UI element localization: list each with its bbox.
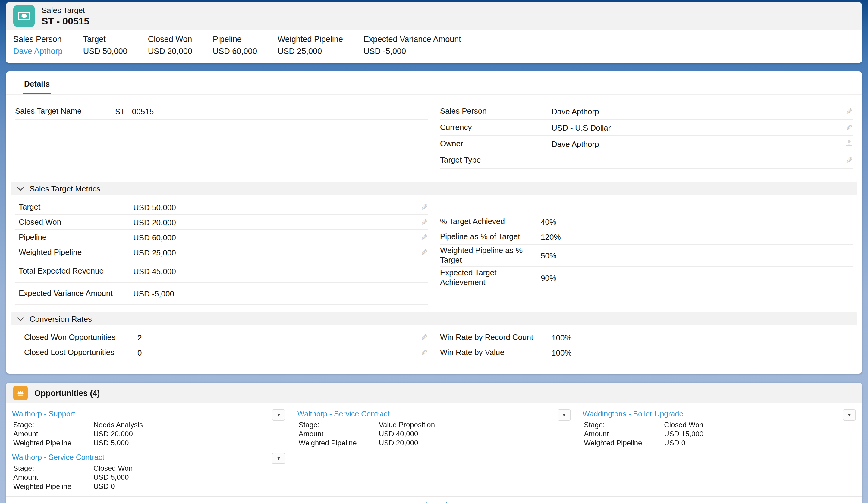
field-row-closed-lost-opportunities: Closed Lost Opportunities 0 ✎ (15, 345, 428, 360)
opportunity-tile: Waddingtons - Boiler Upgrade ▼ Stage:Clo… (581, 409, 857, 449)
tab-bar: Details (6, 71, 862, 95)
field-row-total-expected-revenue: Total Expected Revenue USD 45,000 (15, 260, 428, 283)
banknote-glyph (17, 9, 31, 23)
metrics-left-column: Target USD 50,000 ✎ Closed Won USD 20,00… (15, 200, 428, 305)
record-name: ST - 00515 (42, 15, 89, 27)
view-all-link[interactable]: View All (421, 501, 448, 503)
field-row-win-rate-record-count: Win Rate by Record Count 100% (440, 330, 853, 345)
field-row-pipeline-pct-of-target: Pipeline as % of Target 120% (440, 229, 853, 245)
field-row-weighted-pipeline: Weighted Pipeline USD 25,000 ✎ (15, 245, 428, 260)
field-row-target: Target USD 50,000 ✎ (15, 200, 428, 215)
record-highlights-panel: Sales Target ST - 00515 Sales Person Dav… (6, 2, 862, 63)
top-right-column: Sales Person Dave Apthorp ✎ Currency USD… (440, 103, 853, 168)
chevron-down-icon: ▼ (847, 413, 851, 417)
highlight-field-weighted-pipeline: Weighted Pipeline USD 25,000 (278, 35, 343, 57)
conversion-grid: Closed Won Opportunities 2 ✎ Closed Lost… (15, 330, 853, 360)
highlight-field-sales-person: Sales Person Dave Apthorp (13, 35, 63, 57)
row-actions-button[interactable]: ▼ (557, 409, 570, 421)
tab-details[interactable]: Details (23, 71, 51, 94)
opportunity-link[interactable]: Waddingtons - Boiler Upgrade (582, 409, 683, 419)
chevron-down-icon: ▼ (562, 413, 566, 417)
metrics-grid: Target USD 50,000 ✎ Closed Won USD 20,00… (15, 200, 853, 305)
edit-pencil-icon[interactable]: ✎ (421, 233, 428, 242)
field-row-closed-won-opportunities: Closed Won Opportunities 2 ✎ (15, 330, 428, 345)
opportunity-link[interactable]: Walthorp - Service Contract (12, 453, 104, 462)
row-actions-button[interactable]: ▼ (272, 409, 286, 421)
top-field-grid: Sales Target Name ST - 00515 Sales Perso… (15, 103, 853, 168)
field-row-sales-target-name: Sales Target Name ST - 00515 (15, 103, 428, 120)
row-actions-button[interactable]: ▼ (843, 409, 856, 421)
opportunity-link[interactable]: Walthorp - Service Contract (298, 409, 390, 419)
owner-link[interactable]: Dave Apthorp (551, 139, 599, 148)
view-all-row: View All (6, 496, 862, 503)
section-title: Conversion Rates (30, 314, 92, 323)
highlight-field-pipeline: Pipeline USD 60,000 (213, 35, 257, 57)
opportunities-header[interactable]: Opportunities (4) (6, 383, 862, 403)
conversion-left-column: Closed Won Opportunities 2 ✎ Closed Lost… (15, 330, 428, 360)
sales-target-icon (13, 5, 35, 27)
top-left-column: Sales Target Name ST - 00515 (15, 103, 428, 120)
field-row-target-type: Target Type ✎ (440, 152, 853, 168)
opportunity-tile: Walthorp - Support ▼ Stage:Needs Analysi… (11, 409, 287, 449)
object-label: Sales Target (42, 6, 89, 15)
section-header-conversion-rates[interactable]: Conversion Rates (11, 312, 857, 325)
chevron-down-icon (17, 186, 24, 191)
section-header-sales-target-metrics[interactable]: Sales Target Metrics (11, 182, 857, 195)
edit-pencil-icon[interactable]: ✎ (421, 203, 428, 212)
edit-pencil-icon[interactable]: ✎ (846, 123, 853, 132)
highlight-fields-row: Sales Person Dave Apthorp Target USD 50,… (6, 30, 862, 63)
sales-person-detail-link[interactable]: Dave Apthorp (551, 107, 599, 116)
chevron-down-icon (17, 317, 24, 321)
change-owner-icon[interactable] (845, 139, 853, 149)
edit-pencil-icon[interactable]: ✎ (846, 107, 853, 115)
highlight-field-expected-variance: Expected Variance Amount USD -5,000 (363, 35, 461, 57)
opportunities-related-list: Opportunities (4) Walthorp - Support ▼ S… (6, 383, 862, 503)
chevron-down-icon: ▼ (277, 413, 281, 417)
opportunities-tiles: Walthorp - Support ▼ Stage:Needs Analysi… (6, 403, 862, 494)
edit-pencil-icon[interactable]: ✎ (421, 333, 428, 342)
field-row-weighted-pipeline-pct-target: Weighted Pipeline as % Target 50% (440, 245, 853, 267)
highlight-field-closed-won: Closed Won USD 20,000 (148, 35, 192, 57)
sales-target-record-page: Sales Target ST - 00515 Sales Person Dav… (0, 2, 868, 503)
conversion-right-column: Win Rate by Record Count 100% Win Rate b… (440, 330, 853, 360)
opportunity-tile: Walthorp - Service Contract ▼ Stage:Valu… (296, 409, 572, 449)
crown-glyph (16, 388, 25, 398)
section-title: Sales Target Metrics (30, 184, 100, 193)
field-row-pct-target-achieved: % Target Achieved 40% (440, 214, 853, 229)
field-row-win-rate-value: Win Rate by Value 100% (440, 345, 853, 360)
opportunities-title: Opportunities (4) (34, 388, 100, 398)
record-title-block: Sales Target ST - 00515 (42, 6, 89, 27)
record-title-row: Sales Target ST - 00515 (6, 2, 862, 30)
field-row-sales-person: Sales Person Dave Apthorp ✎ (440, 103, 853, 120)
field-row-expected-target-achievement: Expected Target Achievement 90% (440, 267, 853, 289)
field-row-owner: Owner Dave Apthorp (440, 136, 853, 152)
opportunity-icon (13, 386, 28, 400)
edit-pencil-icon[interactable]: ✎ (421, 218, 428, 226)
opportunity-link[interactable]: Walthorp - Support (12, 409, 75, 419)
opportunity-tile: Walthorp - Service Contract ▼ Stage:Clos… (11, 452, 287, 492)
metrics-right-column: % Target Achieved 40% Pipeline as % of T… (440, 214, 853, 289)
chevron-down-icon: ▼ (277, 456, 281, 461)
field-row-currency: Currency USD - U.S Dollar ✎ (440, 120, 853, 136)
details-card: Details Sales Target Name ST - 00515 Sal… (6, 71, 862, 373)
edit-pencil-icon[interactable]: ✎ (421, 248, 428, 257)
highlight-field-target: Target USD 50,000 (83, 35, 127, 57)
edit-pencil-icon[interactable]: ✎ (846, 156, 853, 164)
field-row-expected-variance-amount: Expected Variance Amount USD -5,000 (15, 283, 428, 305)
row-actions-button[interactable]: ▼ (272, 453, 286, 464)
field-row-closed-won: Closed Won USD 20,000 ✎ (15, 215, 428, 230)
field-row-pipeline: Pipeline USD 60,000 ✎ (15, 230, 428, 245)
edit-pencil-icon[interactable]: ✎ (421, 348, 428, 357)
sales-person-link[interactable]: Dave Apthorp (13, 47, 63, 57)
